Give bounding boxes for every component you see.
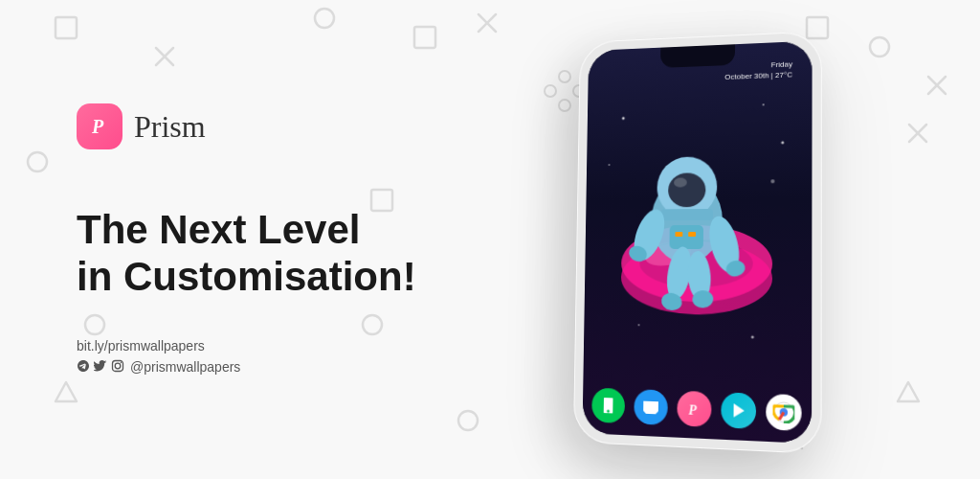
logo-icon: P bbox=[77, 103, 122, 149]
svg-text:P: P bbox=[688, 402, 697, 418]
svg-point-53 bbox=[609, 164, 611, 166]
svg-point-45 bbox=[724, 259, 747, 279]
svg-marker-58 bbox=[734, 403, 745, 418]
status-text: Friday October 30th | 27°C bbox=[724, 58, 792, 82]
svg-point-29 bbox=[121, 362, 122, 363]
headline-line2: in Customisation! bbox=[77, 254, 488, 300]
svg-point-50 bbox=[622, 117, 625, 120]
dock-chrome-icon[interactable] bbox=[766, 394, 801, 431]
links-area: bit.ly/prismwallpapers bbox=[77, 338, 488, 376]
svg-rect-35 bbox=[669, 225, 703, 249]
dock-playstore-icon[interactable] bbox=[721, 392, 756, 429]
dock-prism-icon[interactable]: P bbox=[677, 391, 711, 427]
svg-point-56 bbox=[751, 335, 754, 338]
social-handle[interactable]: @prismwallpapers bbox=[130, 359, 240, 375]
phone-notch bbox=[660, 44, 735, 68]
phone-mockup: Friday October 30th | 27°C bbox=[573, 31, 822, 454]
svg-point-54 bbox=[770, 179, 774, 183]
svg-point-44 bbox=[704, 213, 745, 276]
svg-rect-41 bbox=[660, 209, 713, 220]
svg-point-60 bbox=[780, 408, 788, 417]
dock-phone-icon[interactable] bbox=[591, 388, 625, 423]
svg-point-52 bbox=[781, 141, 784, 144]
logo-area: P Prism bbox=[77, 103, 488, 149]
headline: The Next Level in Customisation! bbox=[77, 207, 488, 300]
logo-text: Prism bbox=[134, 109, 206, 145]
svg-point-28 bbox=[115, 363, 121, 369]
status-date: October 30th | 27°C bbox=[724, 70, 792, 83]
status-day: Friday bbox=[724, 58, 792, 72]
right-content: Friday October 30th | 27°C bbox=[488, 34, 903, 445]
astronaut-illustration bbox=[582, 79, 812, 383]
social-row: @prismwallpapers bbox=[77, 359, 488, 376]
left-content: P Prism The Next Level in Customisation!… bbox=[77, 103, 488, 376]
svg-rect-36 bbox=[675, 232, 682, 237]
svg-point-49 bbox=[692, 289, 714, 308]
twitter-icon bbox=[94, 359, 107, 376]
svg-point-51 bbox=[763, 103, 765, 105]
svg-point-59 bbox=[773, 402, 793, 423]
phone-screen: Friday October 30th | 27°C bbox=[582, 41, 812, 444]
headline-line1: The Next Level bbox=[77, 207, 488, 253]
svg-text:P: P bbox=[91, 116, 104, 137]
telegram-icon bbox=[77, 359, 90, 376]
phone-outer: Friday October 30th | 27°C bbox=[573, 31, 822, 454]
instagram-icon bbox=[111, 359, 124, 376]
page-container: P Prism The Next Level in Customisation!… bbox=[0, 0, 980, 479]
svg-rect-37 bbox=[688, 232, 696, 237]
website-link[interactable]: bit.ly/prismwallpapers bbox=[77, 338, 488, 354]
svg-point-55 bbox=[638, 324, 640, 326]
dock-messages-icon[interactable] bbox=[634, 389, 668, 425]
